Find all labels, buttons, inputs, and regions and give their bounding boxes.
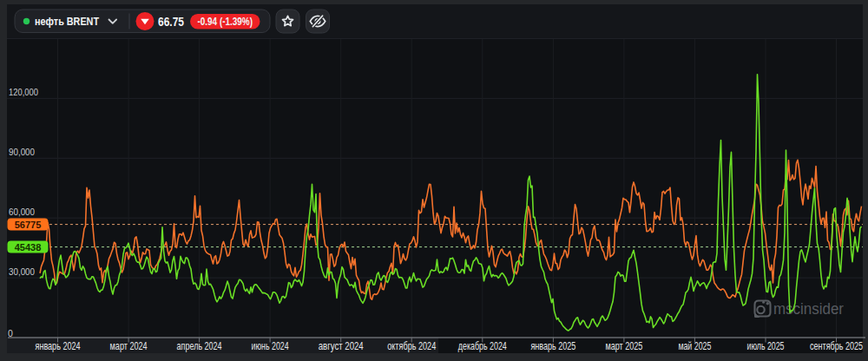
svg-text:апрель 2024: апрель 2024 bbox=[177, 339, 222, 352]
svg-text:август 2024: август 2024 bbox=[319, 339, 364, 352]
svg-text:январь 2024: январь 2024 bbox=[36, 339, 81, 352]
svg-text:0: 0 bbox=[8, 328, 13, 338]
svg-text:90,000: 90,000 bbox=[9, 147, 35, 157]
svg-text:45438: 45438 bbox=[15, 242, 42, 253]
svg-text:нефть BRENT: нефть BRENT bbox=[35, 15, 100, 28]
svg-text:декабрь 2024: декабрь 2024 bbox=[458, 339, 507, 352]
svg-text:mscinsider: mscinsider bbox=[773, 299, 844, 318]
svg-text:сентябрь 2025: сентябрь 2025 bbox=[810, 339, 863, 352]
svg-text:июнь 2024: июнь 2024 bbox=[252, 339, 289, 352]
svg-text:66.75: 66.75 bbox=[158, 15, 184, 29]
svg-text:октябрь 2024: октябрь 2024 bbox=[387, 339, 436, 352]
svg-text:56775: 56775 bbox=[15, 220, 42, 230]
svg-text:30,000: 30,000 bbox=[9, 266, 35, 277]
svg-text:январь 2025: январь 2025 bbox=[530, 339, 575, 352]
svg-text:март 2024: март 2024 bbox=[110, 339, 148, 352]
svg-text:-0.94 (-1.39%): -0.94 (-1.39%) bbox=[198, 16, 253, 28]
svg-text:март 2025: март 2025 bbox=[605, 339, 642, 352]
svg-text:июль 2025: июль 2025 bbox=[747, 339, 785, 352]
svg-text:120,000: 120,000 bbox=[9, 87, 38, 97]
svg-text:60,000: 60,000 bbox=[9, 207, 35, 217]
svg-text:май 2025: май 2025 bbox=[678, 339, 711, 352]
